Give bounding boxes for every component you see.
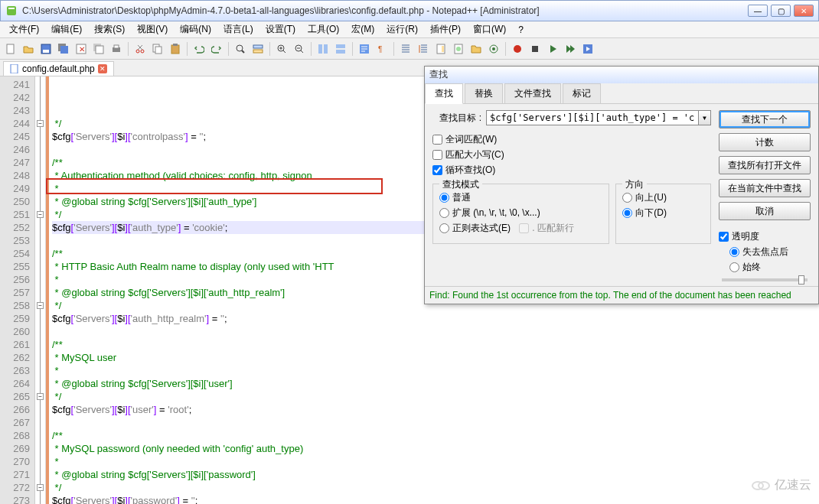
menu-item[interactable]: 运行(R)	[380, 21, 424, 37]
mode-normal-radio[interactable]	[439, 193, 449, 203]
dotall-checkbox	[519, 223, 529, 233]
menu-item[interactable]: 窗口(W)	[467, 21, 512, 37]
line-numbers: 2412422432442452462472482492502512522532…	[0, 76, 35, 504]
menu-item[interactable]: ?	[512, 23, 530, 37]
replace-icon[interactable]	[250, 41, 266, 57]
dir-down-radio[interactable]	[622, 208, 632, 218]
indent-guide-icon[interactable]	[398, 41, 413, 57]
print-icon[interactable]	[109, 41, 124, 57]
svg-point-13	[136, 50, 139, 53]
fold-toggle[interactable]: −	[37, 302, 44, 309]
close-all-icon[interactable]	[91, 41, 106, 57]
svg-point-14	[141, 50, 144, 53]
mode-ext-radio[interactable]	[439, 208, 449, 218]
svg-point-19	[237, 45, 243, 51]
menu-item[interactable]: 插件(P)	[424, 21, 467, 37]
file-tab-label: config.default.php	[22, 63, 95, 74]
open-icon[interactable]	[21, 41, 36, 57]
fold-toggle[interactable]: −	[37, 393, 44, 400]
dropdown-icon[interactable]: ▼	[699, 110, 711, 125]
menu-item[interactable]: 编辑(E)	[45, 21, 88, 37]
doc-map-icon[interactable]	[433, 41, 449, 57]
find-in-current-button[interactable]: 在当前文件中查找	[719, 179, 811, 197]
close-tab-icon[interactable]: ✕	[98, 64, 107, 73]
svg-rect-10	[96, 46, 103, 54]
wrap-checkbox[interactable]	[432, 165, 442, 175]
count-button[interactable]: 计数	[719, 133, 811, 151]
svg-rect-37	[532, 46, 538, 52]
find-tab[interactable]: 文件查找	[504, 83, 561, 103]
sync-v-icon[interactable]	[315, 41, 331, 57]
func-list-icon[interactable]	[451, 41, 466, 57]
menu-item[interactable]: 语言(L)	[217, 21, 259, 37]
cancel-button[interactable]: 取消	[719, 202, 811, 220]
transparency-slider[interactable]	[722, 278, 808, 281]
trans-always-radio[interactable]	[729, 262, 739, 272]
wrap-label: 循环查找(O)	[445, 164, 495, 177]
find-tab[interactable]: 标记	[563, 83, 601, 103]
monitor-icon[interactable]	[486, 41, 501, 57]
folder-icon[interactable]	[468, 41, 484, 57]
svg-rect-12	[114, 45, 119, 48]
record-icon[interactable]	[510, 41, 525, 57]
zoom-out-icon[interactable]	[292, 41, 307, 57]
undo-icon[interactable]	[191, 41, 207, 57]
fold-toggle[interactable]: −	[37, 120, 44, 127]
trans-lose-radio[interactable]	[729, 247, 739, 257]
menu-item[interactable]: 编码(N)	[174, 21, 217, 37]
fold-toggle[interactable]: −	[37, 484, 44, 491]
file-tab[interactable]: config.default.php ✕	[3, 61, 114, 76]
minimize-button[interactable]: —	[748, 5, 768, 17]
menu-item[interactable]: 文件(F)	[3, 21, 45, 37]
menu-item[interactable]: 视图(V)	[131, 21, 174, 37]
file-icon	[10, 64, 19, 73]
redo-icon[interactable]	[209, 41, 224, 57]
whitespace-icon[interactable]: ¶	[374, 41, 390, 57]
stop-icon[interactable]	[527, 41, 543, 57]
folder-margin-icon[interactable]	[416, 41, 431, 57]
cut-icon[interactable]	[132, 41, 148, 57]
transparency-label: 透明度	[732, 230, 759, 243]
match-case-checkbox[interactable]	[432, 150, 442, 160]
match-case-label: 匹配大小写(C)	[445, 148, 504, 161]
code-line: * MySQL password (only needed with 'conf…	[52, 442, 816, 455]
play-multi-icon[interactable]	[563, 41, 578, 57]
wrap-icon[interactable]	[357, 41, 372, 57]
find-next-button[interactable]: 查找下一个	[719, 110, 811, 128]
dir-up-radio[interactable]	[622, 193, 632, 203]
menu-item[interactable]: 搜索(S)	[88, 21, 131, 37]
whole-word-label: 全词匹配(W)	[445, 133, 497, 146]
save-all-icon[interactable]	[56, 41, 71, 57]
copy-icon[interactable]	[150, 41, 165, 57]
find-icon[interactable]	[233, 41, 248, 57]
save-icon[interactable]	[38, 41, 54, 57]
transparency-checkbox[interactable]	[719, 232, 729, 242]
svg-rect-16	[155, 47, 162, 54]
paste-icon[interactable]	[168, 41, 183, 57]
play-icon[interactable]	[545, 41, 560, 57]
menu-item[interactable]: 工具(O)	[302, 21, 345, 37]
sync-h-icon[interactable]	[333, 41, 348, 57]
fold-toggle[interactable]: −	[37, 211, 44, 218]
fold-column[interactable]: −−−−−	[35, 76, 46, 504]
svg-point-36	[514, 45, 521, 53]
find-input[interactable]	[486, 110, 699, 125]
svg-point-35	[492, 47, 495, 50]
whole-word-checkbox[interactable]	[432, 135, 442, 145]
mode-regex-label: 正则表达式(E)	[452, 222, 511, 235]
zoom-in-icon[interactable]	[274, 41, 289, 57]
maximize-button[interactable]: ▢	[771, 5, 791, 17]
svg-text:✕: ✕	[79, 45, 85, 54]
svg-rect-2	[7, 44, 14, 54]
find-all-button[interactable]: 查找所有打开文件	[719, 156, 811, 174]
svg-rect-0	[7, 6, 16, 15]
find-tab[interactable]: 查找	[425, 83, 463, 104]
close-button[interactable]: ✕	[794, 5, 814, 17]
save-macro-icon[interactable]	[580, 41, 595, 57]
find-tab[interactable]: 替换	[465, 83, 503, 103]
menu-item[interactable]: 设置(T)	[259, 21, 302, 37]
new-file-icon[interactable]	[3, 41, 18, 57]
menu-item[interactable]: 宏(M)	[345, 21, 380, 37]
close-file-icon[interactable]: ✕	[73, 41, 89, 57]
mode-regex-radio[interactable]	[439, 223, 449, 233]
